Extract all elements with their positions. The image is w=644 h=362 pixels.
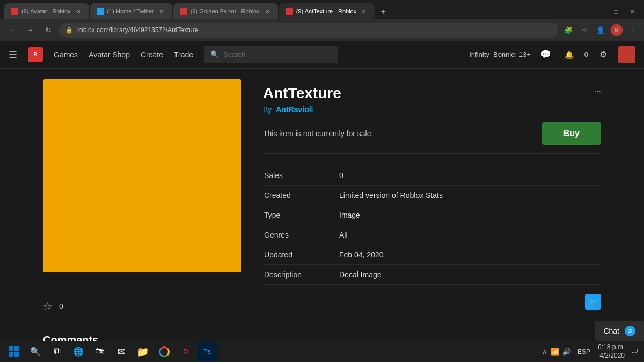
taskbar-task-view[interactable]: ⧉ xyxy=(47,342,67,361)
stats-value-description: Decal Image xyxy=(339,270,382,279)
lang-label: ESP xyxy=(574,342,594,361)
taskbar-roblox[interactable]: R xyxy=(176,342,195,361)
stats-label-type: Type xyxy=(264,211,339,219)
item-bottom: ☆ 0 xyxy=(43,300,63,313)
svg-rect-1 xyxy=(14,346,19,351)
tab-twitter-home[interactable]: (1) Home / Twitter ✕ xyxy=(90,3,172,19)
taskbar-right: ∧ 📶 🔊 ESP 6:18 p.m. 4/2/2020 🗨 xyxy=(542,342,640,361)
search-bar[interactable]: 🔍 xyxy=(204,46,338,63)
user-label: Infinity_Bonnie: 13+ xyxy=(469,50,531,58)
stats-label-description: Description xyxy=(264,270,339,279)
start-button[interactable] xyxy=(4,342,24,361)
favorite-button[interactable]: ☆ xyxy=(43,300,53,313)
stats-row-sales: Sales 0 xyxy=(264,166,600,186)
nav-trade[interactable]: Trade xyxy=(174,50,193,59)
stats-row-created: Created Limited version of Roblox Stats xyxy=(264,186,600,205)
refresh-button[interactable]: ↻ xyxy=(41,23,56,38)
nav-games[interactable]: Games xyxy=(54,50,78,59)
stats-value-type: Image xyxy=(339,211,360,219)
taskbar-photoshop[interactable]: Ps xyxy=(197,342,217,361)
author-prefix: By xyxy=(263,105,272,114)
stats-label-sales: Sales xyxy=(264,171,339,180)
taskbar-chrome[interactable] xyxy=(155,342,174,361)
bookmark-icon[interactable]: ☆ xyxy=(577,23,591,37)
tab-golden-parrot[interactable]: (9) Golden Parrot - Roblox ✕ xyxy=(173,3,278,19)
sale-text: This item is not currently for sale. xyxy=(263,129,531,138)
stats-row-updated: Updated Feb 04, 2020 xyxy=(264,245,600,265)
tab-bar: (9) Avatar - Roblox ✕ (1) Home / Twitter… xyxy=(0,0,644,19)
header-navigation: Games Avatar Shop Create Trade xyxy=(54,50,193,59)
volume-icon[interactable]: 🔊 xyxy=(562,348,571,356)
chat-badge: 3 xyxy=(625,326,635,336)
back-button[interactable]: ← xyxy=(4,23,19,38)
new-tab-button[interactable]: + xyxy=(376,4,391,19)
nav-avatar-shop[interactable]: Avatar Shop xyxy=(89,50,130,59)
stats-label-created: Created xyxy=(264,191,339,200)
address-bar[interactable]: 🔒 roblox.com/library/4649213572/AntTextu… xyxy=(59,23,558,38)
account-icon-2[interactable]: 👤 xyxy=(594,23,608,37)
item-image xyxy=(43,79,241,272)
taskbar-store[interactable]: 🛍 xyxy=(90,342,109,361)
favorite-count: 0 xyxy=(59,302,63,311)
stats-value-updated: Feb 04, 2020 xyxy=(339,250,384,259)
item-author: By AntRavioli xyxy=(263,105,341,114)
item-top-row: AntTexture By AntRavioli ... xyxy=(263,85,601,122)
svg-rect-0 xyxy=(9,346,13,351)
taskbar-edge[interactable]: 🌐 xyxy=(69,342,88,361)
maximize-button[interactable]: □ xyxy=(609,4,624,19)
buy-button[interactable]: Buy xyxy=(542,122,601,145)
chat-widget[interactable]: Chat 3 xyxy=(595,321,644,341)
tab-close-1[interactable]: ✕ xyxy=(74,7,83,16)
tab-favicon-4 xyxy=(286,8,293,15)
search-input[interactable] xyxy=(223,50,332,58)
tab-label-2: (1) Home / Twitter xyxy=(107,8,154,14)
sale-row: This item is not currently for sale. Buy xyxy=(263,122,601,154)
tab-close-4[interactable]: ✕ xyxy=(360,7,368,16)
stats-value-sales: 0 xyxy=(339,171,343,180)
item-details: AntTexture By AntRavioli ... This item i… xyxy=(263,79,601,286)
stats-label-genres: Genres xyxy=(264,231,339,239)
svg-rect-3 xyxy=(14,352,19,357)
close-button[interactable]: ✕ xyxy=(625,4,640,19)
stats-row-genres: Genres All xyxy=(264,225,600,245)
notifications-icon[interactable]: 🔔 xyxy=(561,46,578,63)
svg-rect-2 xyxy=(9,352,13,357)
address-text: roblox.com/library/4649213572/AntTexture xyxy=(77,26,552,34)
extensions-icon[interactable]: 🧩 xyxy=(561,23,575,37)
tab-avatar-roblox[interactable]: (9) Avatar - Roblox ✕ xyxy=(4,3,89,19)
tab-label-4: (9) AntTexture - Roblox xyxy=(296,8,357,14)
clock-time: 6:18 p.m. xyxy=(598,343,625,352)
twitter-share-button[interactable]: 🐦 xyxy=(585,294,601,310)
nav-create[interactable]: Create xyxy=(141,50,163,59)
minimize-button[interactable]: ─ xyxy=(592,4,608,19)
chat-icon-header[interactable]: 💬 xyxy=(537,46,554,63)
tab-close-3[interactable]: ✕ xyxy=(263,7,272,16)
hamburger-menu[interactable]: ☰ xyxy=(9,49,17,61)
lock-icon: 🔒 xyxy=(65,27,73,34)
author-name[interactable]: AntRavioli xyxy=(276,105,313,114)
stats-row-description: Description Decal Image xyxy=(264,265,600,285)
settings-icon[interactable]: ⋮ xyxy=(626,23,640,37)
taskbar-mail[interactable]: ✉ xyxy=(112,342,131,361)
settings-header-icon[interactable]: ⚙ xyxy=(595,46,612,63)
tray-up-arrow[interactable]: ∧ xyxy=(542,348,547,356)
three-dots-menu[interactable]: ... xyxy=(594,85,601,94)
profile-btn-2[interactable]: R xyxy=(610,23,624,37)
network-icon: 📶 xyxy=(551,348,559,356)
taskbar-explorer[interactable]: 📁 xyxy=(133,342,152,361)
user-avatar[interactable] xyxy=(618,46,635,63)
chat-label: Chat xyxy=(603,327,619,335)
roblox-logo[interactable]: R xyxy=(28,47,43,62)
system-clock[interactable]: 6:18 p.m. 4/2/2020 xyxy=(598,343,625,360)
tab-close-2[interactable]: ✕ xyxy=(157,7,166,16)
item-layout: AntTexture By AntRavioli ... This item i… xyxy=(43,79,601,286)
stats-table: Sales 0 Created Limited version of Roblo… xyxy=(263,165,601,286)
forward-button[interactable]: → xyxy=(23,23,38,38)
taskbar-search[interactable]: 🔍 xyxy=(26,342,45,361)
twitter-icon: 🐦 xyxy=(589,298,598,306)
navigation-bar: ← → ↻ 🔒 roblox.com/library/4649213572/An… xyxy=(0,19,644,41)
roblox-header: ☰ R Games Avatar Shop Create Trade 🔍 Inf… xyxy=(0,41,644,69)
notification-button[interactable]: 🗨 xyxy=(629,346,640,357)
tab-anttexture-roblox[interactable]: (9) AntTexture - Roblox ✕ xyxy=(279,3,375,19)
tab-favicon-3 xyxy=(180,8,187,15)
